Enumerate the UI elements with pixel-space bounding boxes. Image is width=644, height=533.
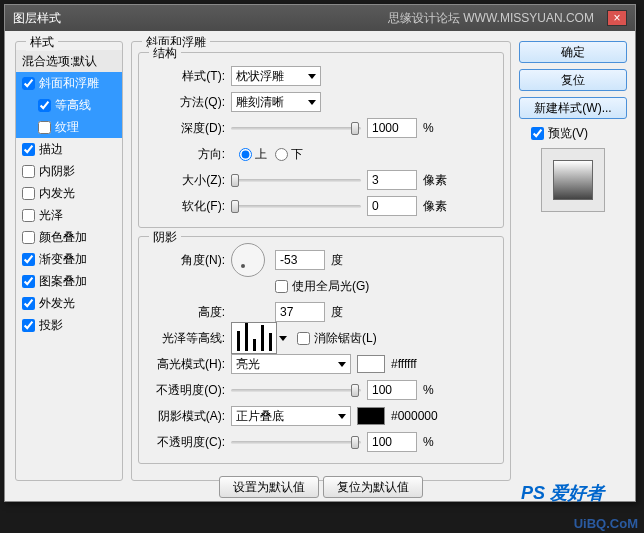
soften-slider[interactable] — [231, 197, 361, 215]
layer-style-dialog: 图层样式 思缘设计论坛 WWW.MISSYUAN.COM × 样式 混合选项:默… — [4, 4, 636, 502]
style-inner-glow[interactable]: 内发光 — [16, 182, 122, 204]
soften-input[interactable]: 0 — [367, 196, 417, 216]
shadow-mode-label: 阴影模式(A): — [149, 408, 231, 425]
reset-default-button[interactable]: 复位为默认值 — [323, 476, 423, 498]
style-color-overlay[interactable]: 颜色叠加 — [16, 226, 122, 248]
style-bevel-emboss[interactable]: 斜面和浮雕 — [16, 72, 122, 94]
bevel-panel: 斜面和浮雕 结构 样式(T): 枕状浮雕 方法(Q): 雕刻清晰 深度(D): — [131, 41, 511, 481]
chevron-down-icon — [338, 414, 346, 419]
style-satin-checkbox[interactable] — [22, 209, 35, 222]
style-satin[interactable]: 光泽 — [16, 204, 122, 226]
style-color-overlay-checkbox[interactable] — [22, 231, 35, 244]
styles-panel: 样式 混合选项:默认 斜面和浮雕 等高线 纹理 描边 内阴影 内发光 光泽 颜色… — [15, 41, 123, 481]
style-outer-glow-checkbox[interactable] — [22, 297, 35, 310]
depth-label: 深度(D): — [149, 120, 231, 137]
direction-label: 方向: — [149, 146, 231, 163]
highlight-mode-select[interactable]: 亮光 — [231, 354, 351, 374]
direction-up-radio[interactable] — [239, 148, 252, 161]
chevron-down-icon — [308, 100, 316, 105]
technique-label: 方法(Q): — [149, 94, 231, 111]
gloss-contour[interactable] — [231, 322, 277, 354]
shadow-opacity-input[interactable]: 100 — [367, 432, 417, 452]
angle-wheel[interactable] — [231, 243, 265, 277]
style-pattern-overlay[interactable]: 图案叠加 — [16, 270, 122, 292]
altitude-input[interactable]: 37 — [275, 302, 325, 322]
structure-legend: 结构 — [149, 45, 181, 62]
global-light-checkbox[interactable] — [275, 280, 288, 293]
highlight-color-text: #ffffff — [391, 357, 417, 371]
make-default-button[interactable]: 设置为默认值 — [219, 476, 319, 498]
close-icon[interactable]: × — [607, 10, 627, 26]
direction-down-radio[interactable] — [275, 148, 288, 161]
highlight-opacity-slider[interactable] — [231, 381, 361, 399]
style-outer-glow[interactable]: 外发光 — [16, 292, 122, 314]
depth-input[interactable]: 1000 — [367, 118, 417, 138]
style-stroke-checkbox[interactable] — [22, 143, 35, 156]
ok-button[interactable]: 确定 — [519, 41, 627, 63]
style-label: 样式(T): — [149, 68, 231, 85]
watermark-psah: PS 爱好者 — [521, 481, 604, 505]
structure-group: 结构 样式(T): 枕状浮雕 方法(Q): 雕刻清晰 深度(D): 1000 % — [138, 52, 504, 228]
altitude-label: 高度: — [149, 304, 231, 321]
preview-checkbox[interactable] — [531, 127, 544, 140]
depth-slider[interactable] — [231, 119, 361, 137]
angle-input[interactable]: -53 — [275, 250, 325, 270]
style-inner-shadow[interactable]: 内阴影 — [16, 160, 122, 182]
preview-thumbnail — [541, 148, 605, 212]
titlebar-site: 思缘设计论坛 WWW.MISSYUAN.COM × — [388, 5, 627, 31]
style-stroke[interactable]: 描边 — [16, 138, 122, 160]
style-contour-checkbox[interactable] — [38, 99, 51, 112]
dialog-title: 图层样式 — [13, 5, 61, 31]
soften-label: 软化(F): — [149, 198, 231, 215]
style-gradient-overlay[interactable]: 渐变叠加 — [16, 248, 122, 270]
technique-select[interactable]: 雕刻清晰 — [231, 92, 321, 112]
chevron-down-icon — [338, 362, 346, 367]
shadow-mode-select[interactable]: 正片叠底 — [231, 406, 351, 426]
antialias-checkbox[interactable] — [297, 332, 310, 345]
shading-legend: 阴影 — [149, 229, 181, 246]
style-texture-checkbox[interactable] — [38, 121, 51, 134]
style-select[interactable]: 枕状浮雕 — [231, 66, 321, 86]
angle-label: 角度(N): — [149, 252, 231, 269]
style-pattern-overlay-checkbox[interactable] — [22, 275, 35, 288]
size-label: 大小(Z): — [149, 172, 231, 189]
shadow-opacity-slider[interactable] — [231, 433, 361, 451]
shading-group: 阴影 角度(N): -53 度 使用全局光(G) 高度: — [138, 236, 504, 464]
new-style-button[interactable]: 新建样式(W)... — [519, 97, 627, 119]
shadow-color-text: #000000 — [391, 409, 438, 423]
shadow-opacity-label: 不透明度(C): — [149, 434, 231, 451]
style-inner-shadow-checkbox[interactable] — [22, 165, 35, 178]
titlebar: 图层样式 思缘设计论坛 WWW.MISSYUAN.COM × — [5, 5, 635, 31]
watermark-uibq: UiBQ.CoM — [574, 516, 638, 531]
highlight-mode-label: 高光模式(H): — [149, 356, 231, 373]
highlight-opacity-label: 不透明度(O): — [149, 382, 231, 399]
style-gradient-overlay-checkbox[interactable] — [22, 253, 35, 266]
style-drop-shadow-checkbox[interactable] — [22, 319, 35, 332]
size-slider[interactable] — [231, 171, 361, 189]
size-input[interactable]: 3 — [367, 170, 417, 190]
gloss-label: 光泽等高线: — [149, 330, 231, 347]
style-contour[interactable]: 等高线 — [16, 94, 122, 116]
style-inner-glow-checkbox[interactable] — [22, 187, 35, 200]
style-texture[interactable]: 纹理 — [16, 116, 122, 138]
highlight-color-swatch[interactable] — [357, 355, 385, 373]
highlight-opacity-input[interactable]: 100 — [367, 380, 417, 400]
style-drop-shadow[interactable]: 投影 — [16, 314, 122, 336]
style-bevel-checkbox[interactable] — [22, 77, 35, 90]
chevron-down-icon — [308, 74, 316, 79]
cancel-button[interactable]: 复位 — [519, 69, 627, 91]
styles-legend: 样式 — [26, 34, 58, 51]
chevron-down-icon[interactable] — [279, 336, 287, 341]
blend-options[interactable]: 混合选项:默认 — [16, 50, 122, 72]
shadow-color-swatch[interactable] — [357, 407, 385, 425]
